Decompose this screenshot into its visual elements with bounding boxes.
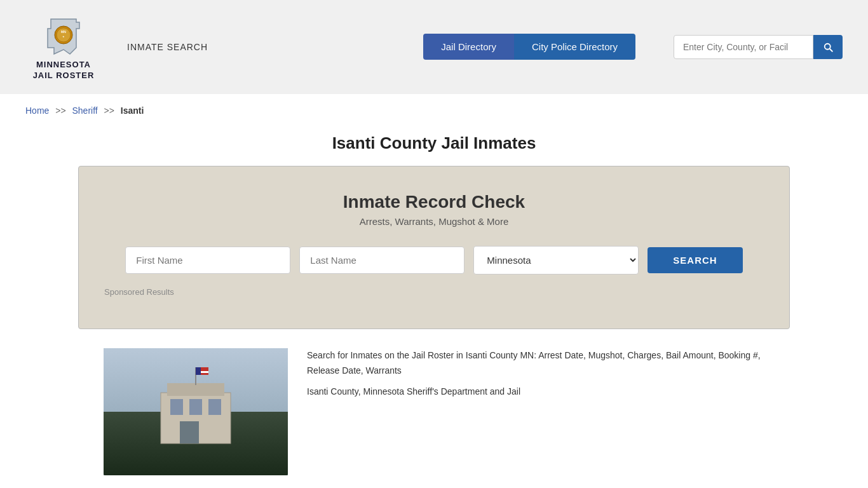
svg-rect-16 — [196, 367, 201, 375]
last-name-input[interactable] — [299, 247, 465, 274]
bottom-paragraph-1: Search for Inmates on the Jail Roster in… — [307, 348, 764, 379]
building-svg — [104, 348, 288, 475]
breadcrumb-sheriff[interactable]: Sheriff — [72, 105, 98, 116]
logo-title: MINNESOTA JAIL ROSTER — [33, 60, 95, 81]
bottom-content: Search for Inmates on the Jail Roster in… — [78, 348, 790, 488]
header-search-button[interactable] — [813, 35, 843, 59]
svg-rect-10 — [189, 399, 202, 415]
svg-rect-12 — [180, 421, 199, 444]
header-search-input[interactable] — [674, 35, 813, 59]
header: MN ★ MINNESOTA JAIL ROSTER INMATE SEARCH… — [0, 0, 868, 94]
sponsored-label: Sponsored Results — [104, 287, 764, 297]
logo-area: MN ★ MINNESOTA JAIL ROSTER — [25, 13, 102, 81]
record-check-title: Inmate Record Check — [104, 192, 764, 212]
breadcrumb-current: Isanti — [121, 105, 144, 116]
record-search-button[interactable]: SEARCH — [648, 247, 742, 273]
svg-text:MN: MN — [61, 30, 66, 34]
breadcrumb-home[interactable]: Home — [25, 105, 49, 116]
search-icon — [822, 41, 834, 53]
city-police-directory-button[interactable]: City Police Directory — [514, 34, 635, 60]
page-title: Isanti County Jail Inmates — [25, 133, 843, 153]
svg-rect-9 — [170, 399, 183, 415]
svg-rect-11 — [208, 399, 221, 415]
svg-text:★: ★ — [62, 35, 65, 38]
record-check-subtitle: Arrests, Warrants, Mugshot & More — [104, 216, 764, 227]
breadcrumb-sep1: >> — [55, 105, 65, 116]
jail-directory-button[interactable]: Jail Directory — [423, 34, 514, 60]
logo-image: MN ★ — [41, 13, 86, 57]
record-check-box: Inmate Record Check Arrests, Warrants, M… — [78, 166, 790, 329]
breadcrumb: Home >> Sheriff >> Isanti — [0, 94, 868, 127]
building-inner — [104, 348, 288, 475]
page-title-section: Isanti County Jail Inmates — [0, 127, 868, 166]
breadcrumb-sep2: >> — [104, 105, 114, 116]
nav-buttons: Jail Directory City Police Directory — [423, 34, 635, 60]
bottom-text: Search for Inmates on the Jail Roster in… — [307, 348, 764, 406]
state-select[interactable]: Minnesota — [473, 246, 639, 274]
header-search-area — [674, 35, 843, 59]
record-check-form: Minnesota SEARCH — [104, 246, 764, 274]
logo-svg: MN ★ — [41, 13, 86, 57]
first-name-input[interactable] — [125, 247, 290, 274]
building-image — [104, 348, 288, 475]
bottom-paragraph-2: Isanti County, Minnesota Sheriff's Depar… — [307, 384, 764, 400]
inmate-search-link[interactable]: INMATE SEARCH — [127, 42, 208, 52]
